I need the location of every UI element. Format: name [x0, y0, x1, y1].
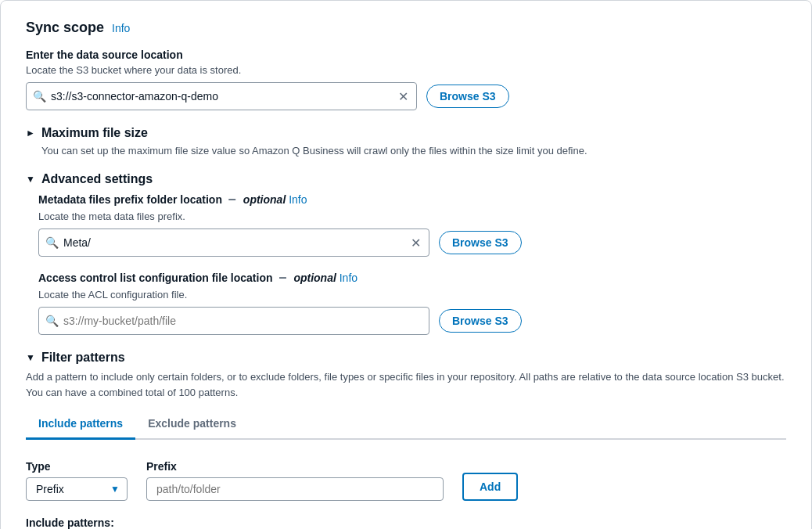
prefix-label: Prefix — [146, 460, 444, 473]
data-source-label: Enter the data source location — [26, 49, 786, 61]
search-icon-meta: 🔍 — [45, 236, 59, 249]
filter-patterns-section: ▼ Filter patterns Add a pattern to inclu… — [26, 351, 786, 529]
search-icon: 🔍 — [33, 90, 46, 103]
type-select[interactable]: Prefix Suffix Regex — [26, 477, 128, 501]
type-field-group: Type Prefix Suffix Regex ▼ — [26, 460, 128, 501]
acl-info-link[interactable]: Info — [340, 272, 357, 284]
title-info-link[interactable]: Info — [112, 22, 130, 34]
expand-arrow-icon: ► — [26, 128, 35, 139]
metadata-input-wrap: 🔍 ✕ — [38, 229, 429, 257]
max-file-size-header[interactable]: ► Maximum file size — [26, 126, 786, 140]
data-source-input[interactable] — [51, 90, 397, 103]
collapse-arrow-icon: ▼ — [26, 174, 35, 185]
clear-metadata-button[interactable]: ✕ — [409, 236, 422, 250]
metadata-input-row: 🔍 ✕ Browse S3 — [38, 229, 786, 257]
max-file-size-label: Maximum file size — [41, 126, 148, 140]
data-source-section: Enter the data source location Locate th… — [26, 49, 786, 110]
metadata-prefix-section: Metadata files prefix folder location – … — [38, 191, 786, 257]
acl-config-label: Access control list configuration file l… — [38, 269, 786, 286]
prefix-input[interactable] — [146, 477, 444, 501]
metadata-prefix-input[interactable] — [63, 236, 409, 249]
acl-config-section: Access control list configuration file l… — [38, 269, 786, 335]
tab-include-patterns[interactable]: Include patterns — [26, 409, 135, 440]
data-source-desc: Locate the S3 bucket where your data is … — [26, 64, 786, 76]
type-select-wrap: Prefix Suffix Regex ▼ — [26, 477, 128, 501]
include-patterns-container: Include patterns: Data/ ✕ — [26, 516, 786, 529]
add-button-group: . Add — [462, 455, 518, 501]
advanced-settings-section: ▼ Advanced settings Metadata files prefi… — [26, 172, 786, 335]
filter-patterns-header[interactable]: ▼ Filter patterns — [26, 351, 786, 365]
type-prefix-row: Type Prefix Suffix Regex ▼ Prefix . Add — [26, 455, 786, 501]
type-label: Type — [26, 460, 128, 473]
browse-s3-button-acl[interactable]: Browse S3 — [439, 309, 522, 333]
page-title: Sync scope — [26, 20, 104, 36]
patterns-list-label: Include patterns: — [26, 516, 786, 529]
browse-s3-button-datasource[interactable]: Browse S3 — [426, 85, 509, 108]
acl-config-input[interactable] — [63, 315, 422, 327]
add-pattern-button[interactable]: Add — [462, 473, 518, 501]
data-source-input-row: 🔍 ✕ Browse S3 — [26, 82, 786, 110]
browse-s3-button-meta[interactable]: Browse S3 — [439, 231, 522, 254]
metadata-prefix-desc: Locate the meta data files prefix. — [38, 211, 786, 222]
prefix-field-group: Prefix — [146, 460, 444, 501]
metadata-prefix-label: Metadata files prefix folder location – … — [38, 191, 786, 207]
advanced-settings-label: Advanced settings — [41, 172, 153, 186]
filter-collapse-arrow-icon: ▼ — [26, 352, 35, 363]
data-source-input-wrap: 🔍 ✕ — [26, 82, 417, 110]
acl-input-row: 🔍 Browse S3 — [38, 307, 786, 335]
max-file-size-desc: You can set up the maximum file size val… — [41, 145, 786, 157]
filter-patterns-label: Filter patterns — [41, 351, 125, 365]
search-icon-acl: 🔍 — [45, 315, 59, 327]
clear-data-source-button[interactable]: ✕ — [397, 89, 410, 104]
section-title-row: Sync scope Info — [26, 20, 786, 36]
acl-config-desc: Locate the ACL configuration file. — [38, 289, 786, 300]
acl-input-wrap: 🔍 — [38, 307, 429, 335]
filter-tabs-bar: Include patterns Exclude patterns — [26, 409, 786, 440]
max-file-size-section: ► Maximum file size You can set up the m… — [26, 126, 786, 157]
tab-exclude-patterns[interactable]: Exclude patterns — [135, 409, 249, 440]
advanced-settings-header[interactable]: ▼ Advanced settings — [26, 172, 786, 186]
metadata-info-link[interactable]: Info — [289, 193, 307, 206]
sync-scope-panel: Sync scope Info Enter the data source lo… — [0, 0, 812, 529]
filter-patterns-desc: Add a pattern to include only certain fo… — [26, 369, 786, 400]
